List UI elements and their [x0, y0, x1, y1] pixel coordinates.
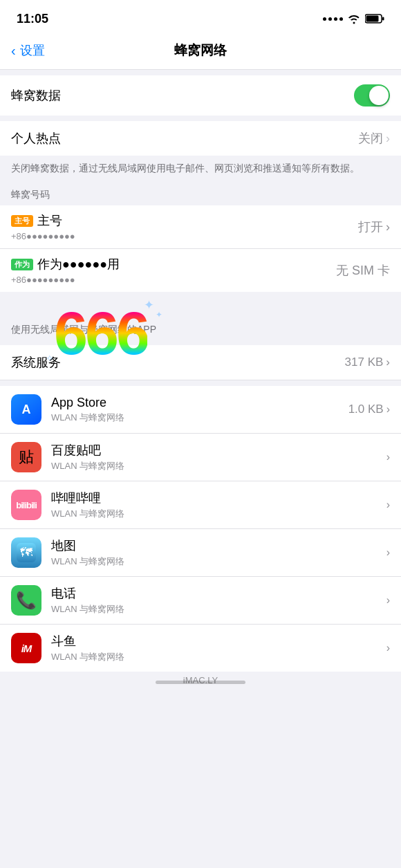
spacer2: [0, 116, 401, 121]
sys-services-chevron-icon: ›: [386, 355, 390, 369]
douyu-icon: iM: [11, 633, 41, 663]
app-info-bilibili: 哔哩哔哩 WLAN 与蜂窝网络: [51, 490, 386, 520]
app-row-tieba[interactable]: 贴 百度贴吧 WLAN 与蜂窝网络 ›: [0, 434, 401, 481]
app-row-bilibili[interactable]: bilibili 哔哩哔哩 WLAN 与蜂窝网络 ›: [0, 481, 401, 529]
app-right-bilibili: ›: [386, 499, 390, 511]
nav-title: 蜂窝网络: [174, 41, 227, 59]
sim-section-label: 蜂窝号码: [11, 189, 50, 200]
maps-icon: 🗺: [11, 537, 41, 568]
app-size-appstore: 1.0 KB: [348, 403, 384, 416]
chevron-left-icon: ‹: [11, 43, 16, 59]
wlan-section-text: 使用无线局域网与蜂窝网络的APP: [11, 322, 390, 337]
app-sub-appstore: WLAN 与蜂窝网络: [51, 412, 348, 424]
toggle-knob: [369, 86, 389, 105]
status-icons: [323, 13, 384, 24]
hotspot-label: 个人热点: [11, 130, 61, 147]
sim1-number: +86●●●●●●●●●: [11, 231, 75, 241]
app-name-douyu: 斗鱼: [51, 633, 386, 649]
app-right-tieba: ›: [386, 451, 390, 463]
svg-text:A: A: [22, 403, 31, 416]
sim1-row[interactable]: 主号 主号 +86●●●●●●●●● 打开 ›: [0, 205, 401, 249]
sim2-top: 作为 作为●●●●●●用 +86●●●●●●●●● 无 SIM 卡: [11, 256, 390, 285]
app-row-douyu[interactable]: iM 斗鱼 WLAN 与蜂窝网络 ›: [0, 625, 401, 672]
svg-rect-2: [366, 16, 379, 22]
sys-services-size: 317 KB: [345, 355, 384, 369]
appstore-chevron-icon: ›: [386, 403, 390, 416]
hotspot-row[interactable]: 个人热点 关闭 ›: [0, 121, 401, 156]
sys-services-block: 系统服务 317 KB ›: [0, 345, 401, 380]
app-name-appstore: App Store: [51, 396, 348, 410]
sim1-top: 主号 主号 +86●●●●●●●●● 打开 ›: [11, 212, 390, 241]
watermark: iMAC.LY: [0, 675, 401, 685]
sim-section: 主号 主号 +86●●●●●●●●● 打开 › 作为 作为●●●●●●用: [0, 205, 401, 292]
app-right-maps: ›: [386, 546, 390, 559]
sim1-status: 打开 ›: [358, 219, 390, 235]
maps-chevron-icon: ›: [386, 546, 390, 559]
sim1-name: 主号: [37, 212, 62, 229]
app-info-tieba: 百度贴吧 WLAN 与蜂窝网络: [51, 442, 386, 472]
app-sub-phone: WLAN 与蜂窝网络: [51, 603, 386, 616]
nav-bar: ‹ 设置 蜂窝网络: [0, 35, 401, 70]
wlan-section-header: 使用无线局域网与蜂窝网络的APP: [0, 317, 401, 345]
tieba-icon: 贴: [11, 442, 41, 472]
bilibili-chevron-icon: ›: [386, 499, 390, 511]
sys-services-label: 系统服务: [11, 354, 345, 371]
spacer: [0, 70, 401, 75]
sim2-number: +86●●●●●●●●●: [11, 275, 120, 285]
status-bar: 11:05: [0, 0, 401, 35]
app-name-tieba: 百度贴吧: [51, 442, 386, 459]
description-block: 关闭蜂窝数据，通过无线局域网使用电子邮件、网页浏览和推送通知等所有数据。: [0, 156, 401, 184]
hotspot-section: 个人热点 关闭 ›: [0, 121, 401, 156]
tieba-chevron-icon: ›: [386, 451, 390, 463]
signal-dots-icon: [323, 17, 343, 21]
spacer3: [0, 292, 401, 317]
app-info-douyu: 斗鱼 WLAN 与蜂窝网络: [51, 633, 386, 663]
sys-services-row[interactable]: 系统服务 317 KB ›: [0, 345, 401, 380]
chevron-right-icon: ›: [386, 131, 390, 146]
spacer4: [0, 380, 401, 386]
sys-services-right: 317 KB ›: [345, 355, 390, 369]
sim2-row[interactable]: 作为 作为●●●●●●用 +86●●●●●●●●● 无 SIM 卡: [0, 249, 401, 292]
app-sub-maps: WLAN 与蜂窝网络: [51, 555, 386, 568]
app-sub-tieba: WLAN 与蜂窝网络: [51, 460, 386, 472]
phone-chevron-icon: ›: [386, 594, 390, 607]
app-row-maps[interactable]: 🗺 地图 WLAN 与蜂窝网络 ›: [0, 529, 401, 577]
cellular-data-row: 蜂窝数据: [0, 75, 401, 116]
sim2-label-group: 作为 作为●●●●●●用 +86●●●●●●●●●: [11, 256, 120, 285]
app-sub-bilibili: WLAN 与蜂窝网络: [51, 508, 386, 520]
sim2-badge: 作为: [11, 259, 33, 270]
sim2-badge-row: 作为 作为●●●●●●用: [11, 256, 120, 273]
sim2-name: 作为●●●●●●用: [37, 256, 120, 273]
app-name-maps: 地图: [51, 537, 386, 554]
app-right-douyu: ›: [386, 642, 390, 654]
appstore-icon: A: [11, 394, 41, 425]
status-time: 11:05: [17, 12, 48, 26]
description-text: 关闭蜂窝数据，通过无线局域网使用电子邮件、网页浏览和推送通知等所有数据。: [11, 161, 390, 176]
app-row-appstore[interactable]: A App Store WLAN 与蜂窝网络 1.0 KB ›: [0, 386, 401, 434]
sim-section-header: 蜂窝号码: [0, 184, 401, 205]
im-text: iM: [21, 643, 32, 654]
app-info-phone: 电话 WLAN 与蜂窝网络: [51, 585, 386, 616]
app-row-phone[interactable]: 📞 电话 WLAN 与蜂窝网络 ›: [0, 577, 401, 625]
sim2-status: 无 SIM 卡: [336, 262, 390, 279]
app-list: A App Store WLAN 与蜂窝网络 1.0 KB › 贴 百度贴吧 W…: [0, 386, 401, 672]
nav-back-label[interactable]: 设置: [20, 42, 45, 59]
sim1-badge: 主号: [11, 215, 33, 227]
nav-back-button[interactable]: ‹ 设置: [11, 42, 45, 59]
cellular-data-toggle[interactable]: [354, 84, 390, 107]
cellular-data-label: 蜂窝数据: [11, 87, 61, 104]
svg-rect-1: [382, 17, 384, 21]
app-right-appstore: 1.0 KB ›: [348, 403, 390, 416]
douyu-chevron-icon: ›: [386, 642, 390, 654]
app-info-maps: 地图 WLAN 与蜂窝网络: [51, 537, 386, 568]
bilibili-icon: bilibili: [11, 490, 41, 520]
app-name-phone: 电话: [51, 585, 386, 602]
hotspot-value: 关闭 ›: [358, 130, 390, 147]
battery-icon: [365, 13, 384, 24]
app-right-phone: ›: [386, 594, 390, 607]
phone-icon: 📞: [11, 585, 41, 616]
app-info-appstore: App Store WLAN 与蜂窝网络: [51, 396, 348, 424]
wifi-icon: [347, 13, 361, 24]
sim1-label-group: 主号 主号 +86●●●●●●●●●: [11, 212, 75, 241]
sim1-badge-row: 主号 主号: [11, 212, 75, 229]
